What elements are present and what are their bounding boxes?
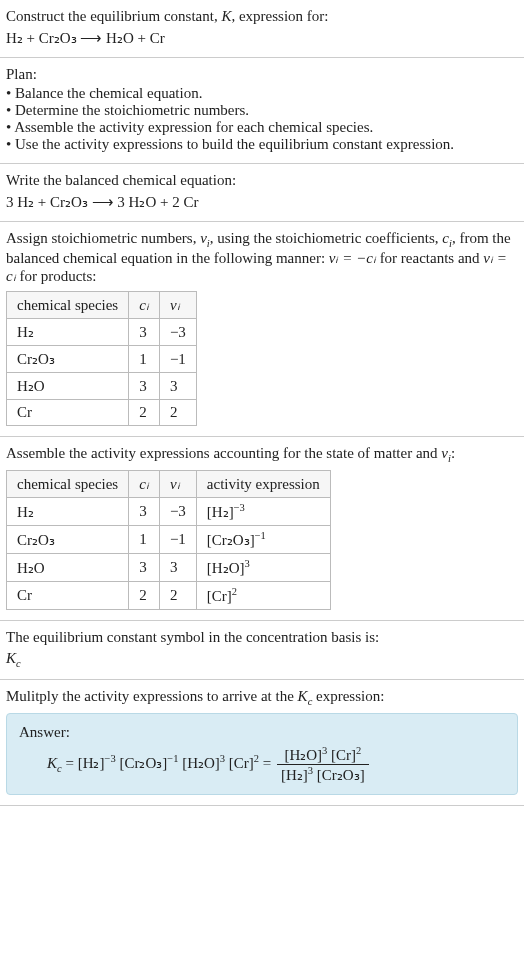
act-exp: −3 <box>234 502 245 513</box>
term-base: [H₂O] <box>284 747 322 763</box>
act-base: [Cr₂O₃] <box>207 532 255 548</box>
plan-section: Plan: Balance the chemical equation. Det… <box>0 58 524 164</box>
cell-species: H₂O <box>7 554 129 582</box>
rel-react: νᵢ = −cᵢ <box>329 250 376 266</box>
activity-pre: Assemble the activity expressions accoun… <box>6 445 441 461</box>
term-exp: −3 <box>104 753 115 764</box>
act-base: [Cr] <box>207 588 232 604</box>
term-base: [Cr] <box>331 747 356 763</box>
table-row: Cr₂O₃1−1[Cr₂O₃]−1 <box>7 526 331 554</box>
term-base: [Cr] <box>229 755 254 771</box>
cell-species: Cr₂O₃ <box>7 526 129 554</box>
term-exp: 2 <box>356 745 361 756</box>
balanced-section: Write the balanced chemical equation: 3 … <box>0 164 524 222</box>
cell-species: Cr <box>7 400 129 426</box>
answer-expression: Kc = [H₂]−3 [Cr₂O₃]−1 [H₂O]3 [Cr]2 = [H₂… <box>47 745 505 784</box>
nu-symbol: ν <box>441 445 448 461</box>
col-nu: νᵢ <box>159 292 196 319</box>
multiply-line: Mulitply the activity expressions to arr… <box>6 688 518 707</box>
table-header-row: chemical species cᵢ νᵢ <box>7 292 197 319</box>
fraction: [H₂O]3 [Cr]2 [H₂]3 [Cr₂O₃] <box>277 745 369 784</box>
cell-nu: 2 <box>159 400 196 426</box>
cell-c: 2 <box>129 400 160 426</box>
kc-line: The equilibrium constant symbol in the c… <box>6 629 518 646</box>
stoich-post: for products: <box>16 268 97 284</box>
col-species: chemical species <box>7 292 129 319</box>
k-letter: K <box>6 650 16 666</box>
balanced-equation: 3 H₂ + Cr₂O₃ ⟶ 3 H₂O + 2 Cr <box>6 193 518 211</box>
intro-line: Construct the equilibrium constant, K, e… <box>6 8 518 25</box>
plan-item: Assemble the activity expression for eac… <box>6 119 518 136</box>
k-sub: c <box>16 658 21 669</box>
col-nu-label: νᵢ <box>170 476 180 492</box>
plan-item: Determine the stoichiometric numbers. <box>6 102 518 119</box>
cell-c: 3 <box>129 554 160 582</box>
stoich-table: chemical species cᵢ νᵢ H₂3−3 Cr₂O₃1−1 H₂… <box>6 291 197 426</box>
multiply-pre: Mulitply the activity expressions to arr… <box>6 688 298 704</box>
act-base: [H₂] <box>207 504 234 520</box>
numerator: [H₂O]3 [Cr]2 <box>277 745 369 765</box>
col-c-label: cᵢ <box>139 297 149 313</box>
term-base: [H₂] <box>281 767 308 783</box>
stoich-mid3: for reactants and <box>376 250 483 266</box>
col-species: chemical species <box>7 471 129 498</box>
cell-nu: 3 <box>159 373 196 400</box>
c-symbol: c <box>442 230 449 246</box>
denominator: [H₂]3 [Cr₂O₃] <box>277 765 369 784</box>
activity-intro: Assemble the activity expressions accoun… <box>6 445 518 464</box>
stoich-section: Assign stoichiometric numbers, νi, using… <box>0 222 524 437</box>
act-exp: −1 <box>255 530 266 541</box>
table-row: Cr22 <box>7 400 197 426</box>
balanced-title: Write the balanced chemical equation: <box>6 172 518 189</box>
act-base: [H₂O] <box>207 560 245 576</box>
k-symbol: K <box>221 8 231 24</box>
equals: = <box>62 755 78 771</box>
cell-activity: [Cr]2 <box>196 582 330 610</box>
cell-species: H₂ <box>7 498 129 526</box>
activity-post: : <box>451 445 455 461</box>
table-row: Cr₂O₃1−1 <box>7 346 197 373</box>
stoich-pre: Assign stoichiometric numbers, <box>6 230 200 246</box>
cell-nu: −1 <box>159 346 196 373</box>
k-letter: K <box>298 688 308 704</box>
kc-section: The equilibrium constant symbol in the c… <box>0 621 524 680</box>
nu-symbol: ν <box>200 230 207 246</box>
table-header-row: chemical species cᵢ νᵢ activity expressi… <box>7 471 331 498</box>
table-row: Cr22[Cr]2 <box>7 582 331 610</box>
cell-nu: 3 <box>159 554 196 582</box>
col-c: cᵢ <box>129 292 160 319</box>
table-row: H₂O33[H₂O]3 <box>7 554 331 582</box>
table-row: H₂3−3 <box>7 319 197 346</box>
act-exp: 3 <box>245 558 250 569</box>
stoich-intro: Assign stoichiometric numbers, νi, using… <box>6 230 518 285</box>
col-c: cᵢ <box>129 471 160 498</box>
term-base: [H₂] <box>78 755 105 771</box>
cell-c: 3 <box>129 498 160 526</box>
answer-section: Mulitply the activity expressions to arr… <box>0 680 524 806</box>
stoich-mid1: , using the stoichiometric coefficients, <box>210 230 443 246</box>
k-letter: K <box>47 755 57 771</box>
term-exp: −1 <box>167 753 178 764</box>
term-base: [Cr₂O₃] <box>119 755 167 771</box>
cell-nu: −3 <box>159 498 196 526</box>
term-base: [Cr₂O₃] <box>317 767 365 783</box>
cell-nu: −3 <box>159 319 196 346</box>
cell-activity: [Cr₂O₃]−1 <box>196 526 330 554</box>
cell-c: 3 <box>129 373 160 400</box>
col-nu-label: νᵢ <box>170 297 180 313</box>
activity-table: chemical species cᵢ νᵢ activity expressi… <box>6 470 331 610</box>
table-row: H₂3−3[H₂]−3 <box>7 498 331 526</box>
term-base: [H₂O] <box>182 755 220 771</box>
intro-post: , expression for: <box>231 8 328 24</box>
term-exp: 3 <box>322 745 327 756</box>
multiply-post: expression: <box>312 688 384 704</box>
cell-c: 1 <box>129 346 160 373</box>
term-exp: 3 <box>220 753 225 764</box>
cell-species: Cr <box>7 582 129 610</box>
plan-title: Plan: <box>6 66 518 83</box>
term-exp: 3 <box>308 765 313 776</box>
col-activity: activity expression <box>196 471 330 498</box>
cell-activity: [H₂]−3 <box>196 498 330 526</box>
col-nu: νᵢ <box>159 471 196 498</box>
cell-activity: [H₂O]3 <box>196 554 330 582</box>
